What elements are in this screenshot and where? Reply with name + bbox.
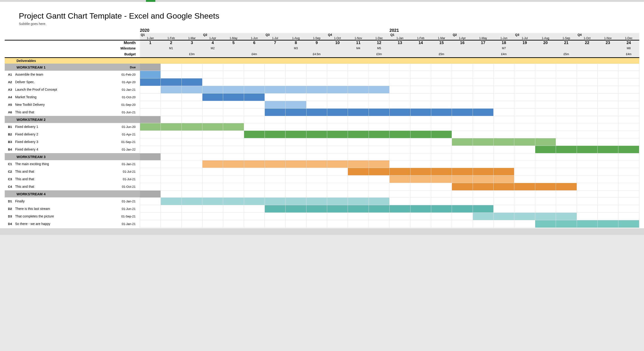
month-number: 20: [535, 40, 556, 46]
gantt-cell: [182, 168, 202, 175]
gantt-cell: [140, 93, 160, 101]
quarter-label: Q3: [265, 33, 327, 37]
gantt-cell: [223, 131, 244, 138]
gantt-cell: [598, 131, 618, 138]
gantt-cell: [182, 123, 202, 131]
gantt-cell: [556, 138, 577, 146]
task-id: D2: [5, 205, 14, 212]
gantt-cell: [577, 205, 598, 212]
gantt-cell: [410, 138, 431, 146]
gantt-cell: [348, 108, 368, 116]
gantt-cell: [182, 160, 202, 168]
date-label: 1-Mar: [182, 37, 202, 40]
gantt-cell: [244, 175, 264, 183]
gantt-cell: [452, 138, 473, 146]
gantt-cell: [182, 78, 202, 86]
budget-cell: £4m: [494, 51, 514, 58]
gantt-cell: [161, 78, 182, 86]
gantt-cell: [410, 123, 431, 131]
month-number: 22: [577, 40, 598, 46]
gantt-cell: [244, 220, 264, 228]
gantt-cell: [410, 93, 431, 101]
gantt-cell: [431, 146, 452, 153]
gantt-cell: [223, 108, 244, 116]
task-row: A6This and that01-Jun-21: [5, 108, 639, 116]
gantt-cell: [556, 101, 577, 108]
gantt-cell: [598, 86, 618, 93]
budget-cell: [514, 51, 535, 58]
gantt-cell: [618, 138, 639, 146]
gantt-cell: [410, 131, 431, 138]
gantt-cell: [431, 101, 452, 108]
gantt-cell: [390, 108, 410, 116]
gantt-cell: [577, 101, 598, 108]
gantt-cell: [618, 205, 639, 212]
budget-cell: [348, 51, 368, 58]
gantt-cell: [494, 197, 514, 205]
gantt-cell: [161, 108, 182, 116]
gantt-cell: [556, 108, 577, 116]
gantt-cell: [306, 160, 327, 168]
task-name: This and that: [14, 108, 100, 116]
gantt-cell: [265, 212, 286, 220]
milestone-cell: [514, 45, 535, 51]
task-row: C1The main exciting thing01-Jan-21: [5, 160, 639, 168]
gantt-cell: [265, 138, 286, 146]
budget-cell: [265, 51, 286, 58]
gantt-cell: [410, 183, 431, 190]
month-number: 18: [494, 40, 514, 46]
gantt-cell: [306, 93, 327, 101]
gantt-cell: [452, 212, 473, 220]
gantt-cell: [452, 160, 473, 168]
date-label: 1-Aug: [535, 37, 556, 40]
task-row: D4So there - we are happy01-Jan-21: [5, 220, 639, 228]
budget-cell: [286, 51, 306, 58]
gantt-cell: [265, 131, 286, 138]
gantt-cell: [327, 212, 348, 220]
gantt-cell: [514, 175, 535, 183]
gantt-cell: [598, 220, 618, 228]
task-id: A1: [5, 71, 14, 78]
gantt-cell: [140, 168, 160, 175]
gantt-cell: [182, 108, 202, 116]
task-due: 01-Feb-20: [100, 71, 140, 78]
gantt-cell: [286, 138, 306, 146]
month-number: 14: [410, 40, 431, 46]
gantt-cell: [265, 160, 286, 168]
gantt-cell: [161, 197, 182, 205]
gantt-cell: [473, 160, 493, 168]
gantt-cell: [286, 78, 306, 86]
gantt-cell: [618, 123, 639, 131]
gantt-cell: [161, 123, 182, 131]
gantt-cell: [577, 212, 598, 220]
gantt-cell: [327, 108, 348, 116]
task-due: 01-Oct-21: [100, 183, 140, 190]
gantt-cell: [577, 175, 598, 183]
gantt-cell: [202, 86, 223, 93]
gantt-cell: [368, 146, 389, 153]
task-row: D3That completes the picture01-Sep-21: [5, 212, 639, 220]
milestone-cell: M2: [202, 45, 223, 51]
gantt-cell: [140, 160, 160, 168]
gantt-cell: [431, 108, 452, 116]
gantt-cell: [390, 131, 410, 138]
gantt-cell: [327, 197, 348, 205]
date-label: 1-Dec: [618, 37, 639, 40]
gantt-cell: [494, 220, 514, 228]
gantt-cell: [182, 131, 202, 138]
task-row: B1Fixed delivery 101-Jun-20: [5, 123, 639, 131]
gantt-cell: [556, 71, 577, 78]
task-name: Deliver Spec.: [14, 78, 100, 86]
gantt-cell: [161, 168, 182, 175]
gantt-cell: [494, 131, 514, 138]
gantt-cell: [556, 93, 577, 101]
gantt-cell: [368, 168, 389, 175]
gantt-cell: [140, 78, 160, 86]
gantt-cell: [577, 197, 598, 205]
month-number: 23: [598, 40, 618, 46]
gantt-cell: [410, 86, 431, 93]
gantt-cell: [473, 205, 493, 212]
gantt-cell: [327, 205, 348, 212]
task-id: C3: [5, 175, 14, 183]
gantt-cell: [140, 138, 160, 146]
